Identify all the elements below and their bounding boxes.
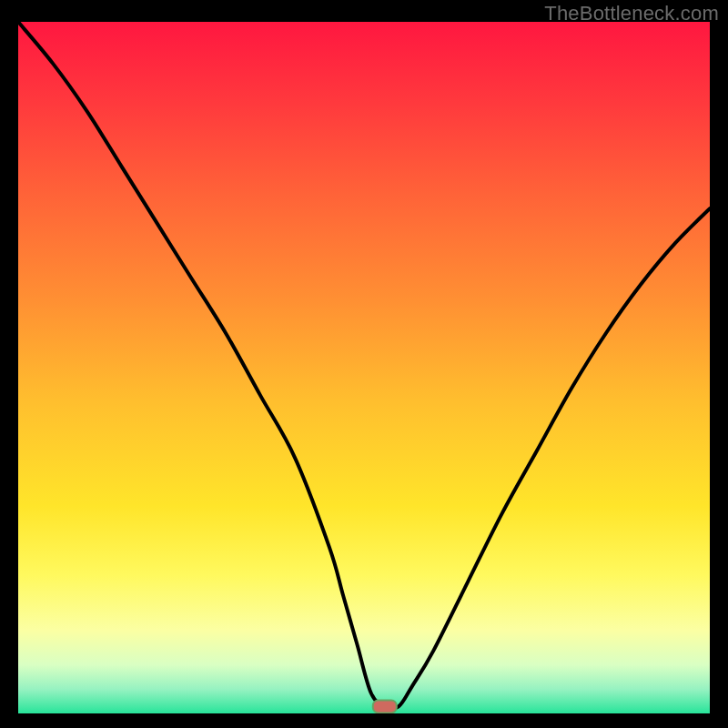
- chart-frame: TheBottleneck.com: [0, 0, 728, 728]
- optimum-marker: [373, 700, 397, 713]
- plot-area: [18, 22, 710, 713]
- background-rect: [18, 22, 710, 713]
- watermark-text: TheBottleneck.com: [544, 2, 719, 25]
- chart-svg: [18, 22, 710, 713]
